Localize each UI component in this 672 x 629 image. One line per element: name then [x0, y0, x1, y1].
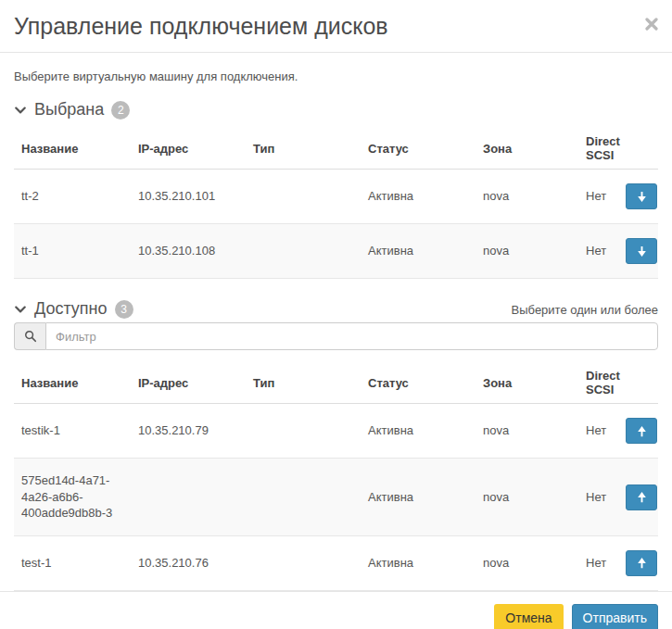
available-table: НазваниеIP-адресТипСтатусЗонаDirect SCSI… [14, 362, 658, 591]
selected-table-body: tt-2 10.35.210.101 Активна nova Нет [14, 170, 658, 279]
cell-direct-scsi: Нет [578, 170, 618, 224]
arrow-up-icon [635, 490, 649, 504]
deselect-row-button[interactable] [626, 238, 657, 264]
cell-zone: nova [475, 170, 578, 224]
cell-zone: nova [475, 535, 578, 590]
cell-status: Активна [361, 404, 475, 459]
cell-ip: 10.35.210.101 [131, 170, 246, 224]
cell-ip: 10.35.210.108 [131, 224, 246, 279]
chevron-down-icon [14, 303, 27, 316]
modal-header: Управление подключением дисков [0, 0, 672, 53]
cancel-button[interactable]: Отмена [494, 604, 563, 629]
selected-table: НазваниеIP-адресТипСтатусЗонаDirect SCSI… [14, 128, 658, 279]
column-header: Зона [475, 362, 578, 404]
search-icon [14, 322, 45, 350]
selected-table-header-row: НазваниеIP-адресТипСтатусЗонаDirect SCSI [14, 128, 658, 170]
cell-type [246, 404, 361, 459]
available-section-toggle[interactable]: Доступно 3 [14, 299, 133, 319]
selected-section: Выбрана 2 НазваниеIP-адресТипСтатусЗонаD… [14, 100, 658, 279]
column-header: Статус [361, 128, 475, 170]
column-header: Статус [361, 362, 475, 404]
deselect-row-button[interactable] [626, 183, 657, 209]
cell-ip [131, 459, 246, 536]
column-header [618, 362, 658, 404]
column-header: Тип [246, 362, 361, 404]
cell-direct-scsi: Нет [578, 459, 618, 536]
chevron-down-icon [14, 104, 27, 117]
column-header: Тип [246, 128, 361, 170]
filter-group [14, 322, 658, 350]
cell-type [246, 459, 361, 536]
arrow-down-icon [635, 245, 649, 258]
cell-type [246, 170, 361, 224]
cell-status: Активна [361, 459, 475, 536]
available-count-badge: 3 [115, 300, 133, 319]
column-header [618, 128, 658, 170]
select-row-button[interactable] [626, 550, 657, 576]
cell-zone: nova [475, 404, 578, 459]
arrow-up-icon [635, 556, 649, 570]
select-row-button[interactable] [626, 484, 657, 510]
table-row: 575ed14d-4a71-4a26-a6b6-400adde9db8b-3 А… [14, 459, 658, 536]
cell-name: 575ed14d-4a71-4a26-a6b6-400adde9db8b-3 [14, 459, 131, 536]
disk-attach-modal: Управление подключением дисков Выберите … [0, 0, 672, 629]
modal-footer: Отмена Отправить [0, 591, 672, 629]
cell-ip: 10.35.210.76 [131, 535, 246, 590]
cell-zone: nova [475, 224, 578, 279]
column-header: IP-адрес [131, 128, 246, 170]
close-icon[interactable] [645, 18, 658, 31]
selected-section-toggle[interactable]: Выбрана 2 [14, 100, 658, 120]
arrow-up-icon [635, 424, 649, 438]
cell-status: Активна [361, 170, 475, 224]
submit-button[interactable]: Отправить [572, 604, 658, 629]
cell-status: Активна [361, 224, 475, 279]
column-header: Название [14, 362, 131, 404]
modal-body: Выберите виртуальную машину для подключе… [0, 53, 672, 591]
cell-name: tt-1 [14, 224, 131, 279]
cell-name: test-1 [14, 535, 131, 590]
column-header: Зона [475, 128, 578, 170]
modal-description: Выберите виртуальную машину для подключе… [14, 69, 658, 83]
filter-input[interactable] [45, 322, 658, 350]
table-row: testik-1 10.35.210.79 Активна nova Нет [14, 404, 658, 459]
column-header: Direct SCSI [578, 362, 618, 404]
cell-name: tt-2 [14, 170, 131, 224]
cell-name: testik-1 [14, 404, 131, 459]
column-header: Direct SCSI [578, 128, 618, 170]
select-row-button[interactable] [626, 418, 657, 444]
cell-direct-scsi: Нет [578, 224, 618, 279]
arrow-down-icon [635, 190, 649, 204]
page-title: Управление подключением дисков [14, 12, 388, 41]
selection-hint: Выберите один или более [512, 303, 658, 319]
table-row: tt-2 10.35.210.101 Активна nova Нет [14, 170, 658, 224]
cell-zone: nova [475, 459, 578, 536]
cell-type [246, 224, 361, 279]
cell-direct-scsi: Нет [578, 535, 618, 590]
cell-status: Активна [361, 535, 475, 590]
column-header: IP-адрес [131, 362, 246, 404]
column-header: Название [14, 128, 131, 170]
available-table-header-row: НазваниеIP-адресТипСтатусЗонаDirect SCSI [14, 362, 658, 404]
table-row: test-1 10.35.210.76 Активна nova Нет [14, 535, 658, 590]
available-section-label: Доступно [34, 299, 108, 319]
cell-direct-scsi: Нет [578, 404, 618, 459]
table-row: tt-1 10.35.210.108 Активна nova Нет [14, 224, 658, 279]
available-section: Доступно 3 Выберите один или более [14, 299, 658, 591]
available-table-body: testik-1 10.35.210.79 Активна nova Нет [14, 404, 658, 591]
selected-section-label: Выбрана [34, 100, 104, 120]
selected-count-badge: 2 [111, 101, 130, 120]
cell-type [246, 535, 361, 590]
cell-ip: 10.35.210.79 [131, 404, 246, 459]
